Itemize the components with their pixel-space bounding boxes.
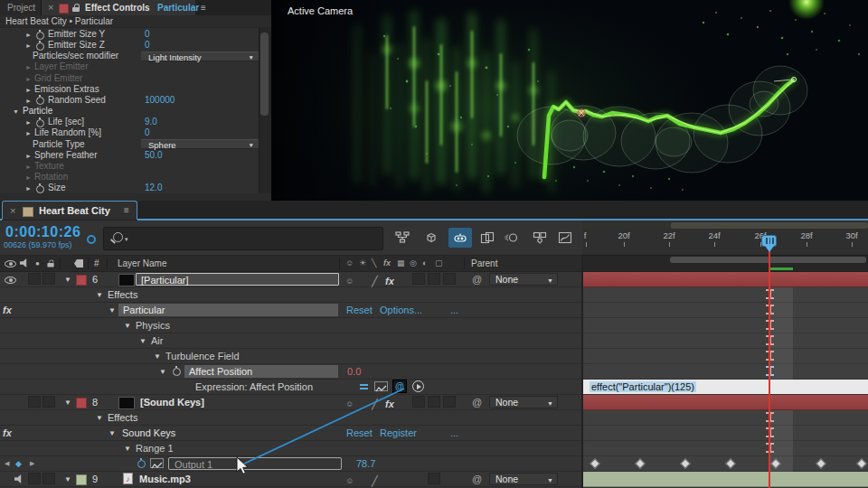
- track-row[interactable]: [583, 364, 868, 380]
- brainstorm-button[interactable]: [528, 228, 552, 248]
- property-row[interactable]: Particles/sec modifier Light Intensity▼: [0, 51, 259, 61]
- more-link[interactable]: ...: [450, 426, 458, 440]
- group-row-range-1[interactable]: ▼ Range 1: [0, 441, 581, 456]
- expander-icon[interactable]: ▼: [64, 273, 71, 287]
- layer-name[interactable]: [Sound Keys]: [140, 395, 204, 409]
- shy-toggle-icon[interactable]: ☺: [345, 397, 354, 411]
- expander-icon[interactable]: ▼: [124, 442, 131, 456]
- group-row-effects[interactable]: ▼ Effects: [0, 410, 581, 426]
- track-row[interactable]: [583, 287, 868, 303]
- stopwatch-icon[interactable]: [36, 32, 44, 40]
- reset-link[interactable]: Reset: [346, 303, 373, 317]
- stopwatch-icon[interactable]: [173, 368, 181, 376]
- tab-effect-controls[interactable]: × Effect Controls Particular: [42, 0, 195, 15]
- keyframe-toggle-icon[interactable]: ◆: [15, 456, 22, 471]
- stopwatch-icon[interactable]: [36, 42, 44, 51]
- audio-on-icon[interactable]: [14, 474, 24, 483]
- expander-icon[interactable]: ▼: [108, 427, 116, 441]
- property-group-row[interactable]: ▼ Particle: [0, 106, 259, 117]
- expander-icon[interactable]: ▼: [154, 350, 161, 364]
- track-row[interactable]: [583, 349, 868, 364]
- track-row[interactable]: [583, 333, 868, 349]
- options-link[interactable]: Options...: [380, 303, 422, 317]
- particles-sec-modifier-dropdown[interactable]: Light Intensity▼: [141, 52, 259, 61]
- layer-name[interactable]: Music.mp3: [139, 472, 191, 486]
- property-row[interactable]: ► Size 12.0: [0, 183, 259, 193]
- property-value[interactable]: 50.0: [145, 150, 162, 161]
- panel-menu-icon[interactable]: ≡: [124, 202, 129, 220]
- tab-heart-beat-city[interactable]: × Heart Beat City ≡: [2, 201, 137, 220]
- parent-dropdown[interactable]: None▼: [489, 473, 558, 485]
- effect-row-sound-keys[interactable]: fx ▼ Sound Keys Reset Register ...: [0, 426, 581, 441]
- property-value[interactable]: 100000: [145, 95, 175, 106]
- quality-toggle-icon[interactable]: ╱: [372, 397, 378, 411]
- property-row[interactable]: Particle Type Sphere▼: [0, 139, 259, 150]
- property-row-affect-position[interactable]: ▼ Affect Position 0.0: [0, 364, 581, 380]
- property-value[interactable]: 0: [145, 29, 150, 40]
- expander-icon[interactable]: ▼: [159, 365, 166, 380]
- playhead-notch[interactable]: [765, 246, 774, 252]
- property-value[interactable]: 0: [145, 40, 150, 51]
- property-row[interactable]: ► Sphere Feather 50.0: [0, 150, 259, 161]
- label-color-swatch[interactable]: [76, 275, 87, 286]
- expression-language-menu-icon[interactable]: [412, 380, 424, 392]
- time-ruler[interactable]: f 20f 22f 24f 26f 28f 30f: [582, 221, 868, 256]
- label-color-swatch[interactable]: [76, 474, 87, 485]
- property-row-output-1[interactable]: ◀ ◆ ▶ Output 1 78.7: [0, 456, 581, 472]
- quality-toggle-icon[interactable]: ╱: [372, 474, 378, 488]
- expression-pickwhip-icon[interactable]: @: [392, 380, 407, 393]
- property-value[interactable]: 9.0: [145, 117, 157, 127]
- effect-row-particular[interactable]: fx ▼ Particular Reset Options... ...: [0, 303, 581, 318]
- group-row-physics[interactable]: ▼ Physics: [0, 318, 581, 333]
- tab-project[interactable]: Project: [0, 0, 42, 15]
- expander-icon[interactable]: ▼: [64, 473, 71, 487]
- expression-text[interactable]: effect("Particular")(125): [590, 381, 696, 392]
- stopwatch-icon[interactable]: [36, 119, 44, 127]
- output-1-pickwhip-target[interactable]: Output 1: [168, 457, 342, 470]
- track-row[interactable]: [583, 410, 868, 426]
- close-tab-icon[interactable]: ×: [10, 202, 15, 220]
- parent-pickwhip-icon[interactable]: @: [472, 395, 482, 409]
- property-row[interactable]: ► Texture: [0, 161, 259, 172]
- motion-blur-button[interactable]: [499, 228, 523, 248]
- property-graph-icon[interactable]: [150, 458, 164, 468]
- property-value[interactable]: 0: [145, 127, 150, 138]
- work-area-left[interactable]: [582, 222, 671, 229]
- draft-3d-button[interactable]: [420, 228, 443, 248]
- property-row[interactable]: ► Rotation: [0, 172, 259, 183]
- frame-blending-button[interactable]: [476, 228, 499, 248]
- expander-icon[interactable]: ▼: [139, 334, 146, 349]
- more-link[interactable]: ...: [450, 303, 458, 317]
- stopwatch-icon-active[interactable]: [137, 460, 146, 468]
- search-input[interactable]: [135, 230, 373, 248]
- lock-icon[interactable]: [72, 4, 80, 12]
- hide-shy-layers-button[interactable]: [448, 228, 472, 248]
- track-row[interactable]: [583, 426, 868, 441]
- property-row[interactable]: ► Random Seed 100000: [0, 95, 259, 106]
- property-row[interactable]: ► Emitter Size Z 0: [0, 40, 259, 51]
- parent-pickwhip-icon[interactable]: @: [472, 272, 482, 286]
- register-link[interactable]: Register: [380, 426, 417, 440]
- property-row[interactable]: ► Life Random [%] 0: [0, 127, 259, 138]
- expression-enabled-icon[interactable]: [360, 383, 368, 390]
- composition-viewer[interactable]: Active Camera: [271, 0, 868, 204]
- track-row[interactable]: [583, 441, 868, 456]
- layer-row-music[interactable]: ▼ 9 ♪ Music.mp3 ☺ ╱ @ None▼: [0, 472, 581, 487]
- parent-column-label[interactable]: Parent: [471, 256, 497, 271]
- composition-mini-flowchart-button[interactable]: [391, 228, 414, 248]
- group-row-turbulence-field[interactable]: ▼ Turbulence Field: [0, 349, 581, 364]
- fx-toggle-icon[interactable]: fx: [385, 274, 394, 288]
- expander-icon[interactable]: ▼: [64, 396, 71, 410]
- group-row-air[interactable]: ▼ Air: [0, 333, 581, 349]
- expression-field[interactable]: effect("Particular")(125): [583, 380, 868, 395]
- graph-editor-button[interactable]: [553, 228, 577, 248]
- layer-duration-bar-music[interactable]: [583, 472, 868, 487]
- scrollbar-thumb[interactable]: [260, 33, 269, 116]
- stopwatch-icon[interactable]: [36, 97, 44, 105]
- current-time-indicator-line[interactable]: [769, 250, 770, 488]
- expander-icon[interactable]: ▼: [124, 319, 131, 333]
- layer-name-column-label[interactable]: Layer Name: [118, 256, 166, 271]
- property-row[interactable]: ► Emitter Size Y 0: [0, 29, 259, 40]
- layer-row-particular[interactable]: ▼ 6 [Particular] ☺ ╱ fx @ None▼: [0, 272, 581, 287]
- track-row[interactable]: [583, 318, 868, 333]
